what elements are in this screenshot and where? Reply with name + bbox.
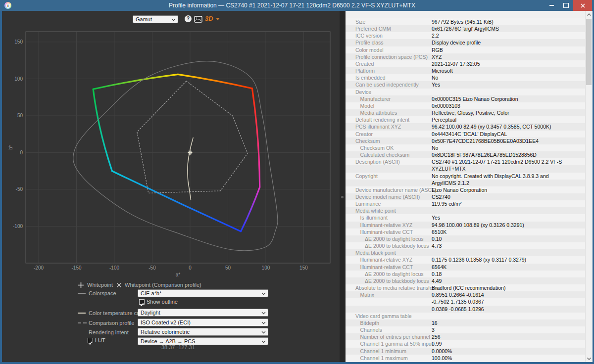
property-row: XYZLUT+MTX xyxy=(346,165,585,172)
panel-splitter[interactable] xyxy=(340,11,346,362)
property-label: Channel 1 maximum xyxy=(360,355,408,362)
property-value: Yes xyxy=(432,81,440,88)
check-icon xyxy=(140,302,144,307)
scroll-up-button[interactable] xyxy=(586,11,593,18)
splitter-grip-icon xyxy=(341,196,344,198)
property-label: Illuminant-relative XYZ xyxy=(360,222,413,228)
property-label: Color model xyxy=(355,46,384,53)
property-label: ΔE 2000 to blackbody locus xyxy=(365,277,429,284)
property-row: CopyrightNo copyright. Created with Disp… xyxy=(346,173,585,180)
color-temperature-line-icon xyxy=(78,313,86,314)
property-label: Luminance xyxy=(355,200,381,207)
property-label: Channels xyxy=(360,326,382,333)
property-row: Creator0x4443414C 'DCAL' DisplayCAL xyxy=(346,131,585,137)
property-value: 0x4443414C 'DCAL' DisplayCAL xyxy=(432,131,507,137)
view-3d-dropdown-icon[interactable] xyxy=(216,18,220,20)
property-row: ΔE 2000 to daylight locus0.10 xyxy=(346,235,585,242)
svg-text:100: 100 xyxy=(14,76,23,82)
profile-information-window: i Profile information — CS2740 #1 2021-1… xyxy=(0,0,594,364)
titlebar[interactable]: i Profile information — CS2740 #1 2021-1… xyxy=(0,0,594,11)
profile-gamut-edge xyxy=(241,187,260,231)
plot-type-value: Gamut xyxy=(136,16,152,22)
comparison-profile-select[interactable]: ISO Coated v2 (ECI) xyxy=(138,318,268,326)
property-label: Default rendering intent xyxy=(355,116,409,123)
property-value: 256 @ 8 Bit xyxy=(432,362,459,362)
profile-gamut-edge xyxy=(252,89,259,187)
property-value: 0x50F7E47CDC21768BE05B0EE0A03D1EE4 xyxy=(432,137,539,144)
property-value: -0.7502 1.7135 0.0367 xyxy=(432,298,484,305)
property-label: ICC version xyxy=(355,32,383,39)
rendering-intent-select[interactable]: Relative colorimetric xyxy=(138,328,268,336)
property-row: Number of entries per channel256 xyxy=(346,333,585,340)
colorspace-line-icon xyxy=(78,293,86,294)
colorspace-select[interactable]: CIE a*b* xyxy=(138,289,268,297)
color-temperature-value: Daylight xyxy=(141,310,160,316)
property-value: 2021-12-07 17:32:05 xyxy=(432,60,480,67)
property-value: 0x6172676C 'argl' ArgyllCMS xyxy=(432,25,499,32)
property-row: Matrix0.8951 0.2664 -0.1614 xyxy=(346,291,585,298)
maximize-button[interactable] xyxy=(559,0,573,11)
plot-type-select[interactable]: Gamut xyxy=(133,15,178,23)
color-temperature-select[interactable]: Daylight xyxy=(138,309,268,317)
colorspace-outline xyxy=(73,61,278,251)
property-value: No xyxy=(432,74,438,81)
property-row: ΔE 2000 to daylight locus0.18 xyxy=(346,271,585,277)
property-label: PCS illuminant XYZ xyxy=(355,123,401,130)
property-value: 3 xyxy=(432,326,435,333)
lut-label: LUT xyxy=(95,337,105,343)
property-value: 6564K xyxy=(432,264,446,271)
view-3d-button[interactable]: 3D xyxy=(205,15,213,22)
property-value: 100.00% xyxy=(432,355,452,362)
chevron-down-icon xyxy=(261,331,266,334)
property-row: Is illuminantYes xyxy=(346,214,585,221)
property-value: No xyxy=(432,144,438,151)
save-image-button[interactable] xyxy=(194,16,202,25)
property-row: Media black point xyxy=(346,249,585,256)
property-row: Bitdepth16 xyxy=(346,319,585,326)
legend-whitepoint-label: Whitepoint xyxy=(87,281,113,289)
help-button[interactable]: ? xyxy=(185,15,192,22)
property-value: 0x8DC18F5F987A78E26EA785ED1528856D xyxy=(432,151,537,158)
property-label: Profile class xyxy=(355,39,384,46)
property-value: Eizo Nanao Corporation xyxy=(432,186,487,193)
property-row: Absolute to media relative transformBrad… xyxy=(346,284,585,291)
svg-text:-50: -50 xyxy=(16,186,23,192)
scrollbar-thumb[interactable] xyxy=(586,19,592,85)
property-label: Manufacturer xyxy=(360,95,391,102)
property-value: 4.49 xyxy=(432,277,442,284)
gamut-plot[interactable]: -200-150-100-50050100150150100500-50-100… xyxy=(2,11,340,280)
svg-text:100: 100 xyxy=(262,265,270,271)
property-row: Manufacturer0x0000C315 Eizo Nanao Corpor… xyxy=(346,95,585,102)
svg-text:150: 150 xyxy=(299,265,308,271)
legend-rendering-intent-label: Rendering intent xyxy=(89,328,129,336)
property-row: 0.0389 -0.0685 1.0296 xyxy=(346,306,585,313)
properties-scrollbar[interactable] xyxy=(585,11,593,362)
comparison-profile xyxy=(137,81,248,193)
show-outline-checkbox[interactable] xyxy=(139,299,145,305)
property-row: Color modelRGB xyxy=(346,46,585,53)
property-row: Checksum0x50F7E47CDC21768BE05B0EE0A03D1E… xyxy=(346,137,585,144)
property-row: Description (ASCII)CS2740 #1 2021-12-07 … xyxy=(346,158,585,165)
property-label: Created xyxy=(355,60,374,67)
property-row: Illuminant-relative CCT6564K xyxy=(346,264,585,271)
property-row: PCS illuminant XYZ96.42 100.00 82.49 (xy… xyxy=(346,123,585,130)
property-row: Channel 1 maximum100.00% xyxy=(346,355,585,362)
property-row: ΔE 2000 to blackbody locus4.73 xyxy=(346,242,585,249)
minimize-button[interactable] xyxy=(544,0,559,11)
property-label: Size xyxy=(355,18,365,25)
comparison-profile-value: ISO Coated v2 (ECI) xyxy=(141,319,191,325)
close-button[interactable] xyxy=(573,0,592,11)
plot-toolbar: Gamut ? 3D xyxy=(2,11,340,26)
svg-text:150: 150 xyxy=(14,39,23,45)
property-value: Display device profile xyxy=(432,39,481,46)
comparison-dash-icon xyxy=(83,322,87,323)
show-outline-label: Show outline xyxy=(147,299,178,305)
svg-text:-150: -150 xyxy=(71,265,81,271)
property-row: -0.7502 1.7135 0.0367 xyxy=(346,298,585,305)
property-value: 967792 Bytes (945.11 KiB) xyxy=(432,18,494,25)
property-row: Illuminant-relative XYZ94.98 100.00 108.… xyxy=(346,222,585,228)
property-row: Profile classDisplay device profile xyxy=(346,39,585,46)
scroll-down-button[interactable] xyxy=(586,355,593,362)
lut-checkbox[interactable] xyxy=(88,338,93,343)
property-label: Can be used independently xyxy=(355,81,419,88)
